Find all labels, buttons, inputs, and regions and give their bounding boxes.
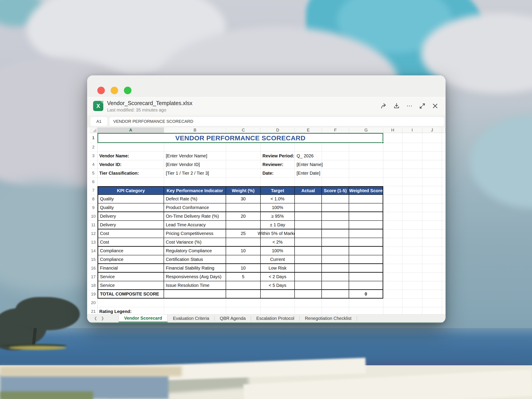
cell-B14[interactable]: Regulatory Compliance bbox=[164, 247, 226, 255]
cell-I11[interactable] bbox=[402, 221, 422, 229]
cell-H7[interactable] bbox=[383, 186, 402, 195]
cell-H10[interactable] bbox=[383, 212, 402, 221]
column-header-G[interactable]: G bbox=[349, 127, 383, 133]
cell-J18[interactable] bbox=[422, 281, 442, 290]
download-button[interactable] bbox=[392, 102, 401, 110]
cell-C14[interactable]: 10 bbox=[226, 247, 261, 255]
cell-C2[interactable] bbox=[226, 143, 261, 152]
cell-A2[interactable] bbox=[98, 143, 164, 152]
row-number-4[interactable]: 4 bbox=[89, 160, 98, 169]
row-number-2[interactable]: 2 bbox=[89, 143, 98, 152]
column-header-F[interactable]: F bbox=[322, 127, 349, 133]
cell-G4[interactable] bbox=[349, 160, 383, 169]
cell-H13[interactable] bbox=[383, 238, 402, 247]
cell-D4[interactable]: Reviewer: bbox=[261, 160, 295, 169]
sheet-tab-renegotiation-checklist[interactable]: Renegotiation Checklist bbox=[300, 315, 357, 322]
cell-C4[interactable] bbox=[226, 160, 261, 169]
cell-H6[interactable] bbox=[383, 177, 402, 186]
cell-D8[interactable]: < 1.0% bbox=[261, 195, 295, 203]
cell-I7[interactable] bbox=[402, 186, 422, 195]
cell-I5[interactable] bbox=[402, 169, 422, 177]
tabs-scroll-left-icon[interactable] bbox=[94, 316, 97, 321]
cell-J15[interactable] bbox=[422, 255, 442, 264]
cell-D3[interactable]: Review Period: bbox=[261, 152, 295, 160]
cell-G14[interactable] bbox=[349, 247, 383, 255]
cell-B7[interactable]: Key Performance Indicator bbox=[164, 186, 226, 195]
cell-B18[interactable]: Issue Resolution Time bbox=[164, 281, 226, 290]
cell-F20[interactable] bbox=[322, 298, 349, 307]
cell-H18[interactable] bbox=[383, 281, 402, 290]
cell-C20[interactable] bbox=[226, 298, 261, 307]
cell-A15[interactable]: Compliance bbox=[98, 255, 164, 264]
cell-B3[interactable]: [Enter Vendor Name] bbox=[164, 152, 226, 160]
cell-F10[interactable] bbox=[322, 212, 349, 221]
cell-D11[interactable]: ± 1 Day bbox=[261, 221, 295, 229]
column-header-D[interactable]: D bbox=[261, 127, 295, 133]
cell-A3[interactable]: Vendor Name: bbox=[98, 152, 164, 160]
cell-I16[interactable] bbox=[402, 264, 422, 273]
row-number-10[interactable]: 10 bbox=[89, 212, 98, 221]
cell-E4[interactable]: [Enter Name] bbox=[295, 160, 322, 169]
cell-B9[interactable]: Product Conformance bbox=[164, 203, 226, 212]
close-preview-button[interactable] bbox=[431, 102, 439, 110]
cell-J8[interactable] bbox=[422, 195, 442, 203]
row-number-6[interactable]: 6 bbox=[89, 177, 98, 186]
cell-G13[interactable] bbox=[349, 238, 383, 247]
cell-H4[interactable] bbox=[383, 160, 402, 169]
cell-G16[interactable] bbox=[349, 264, 383, 273]
cell-H19[interactable] bbox=[383, 290, 402, 298]
zoom-traffic-button[interactable] bbox=[124, 87, 132, 94]
cell-G8[interactable] bbox=[349, 195, 383, 203]
cell-G15[interactable] bbox=[349, 255, 383, 264]
cell-J12[interactable] bbox=[422, 229, 442, 238]
select-all-corner[interactable] bbox=[89, 127, 98, 133]
fullscreen-button[interactable] bbox=[418, 102, 426, 110]
cell-D12[interactable]: Within 5% of Market bbox=[261, 229, 295, 238]
cell-C13[interactable] bbox=[226, 238, 261, 247]
cell-G2[interactable] bbox=[349, 143, 383, 152]
cell-F12[interactable] bbox=[322, 229, 349, 238]
cell-J16[interactable] bbox=[422, 264, 442, 273]
cell-G20[interactable] bbox=[349, 298, 383, 307]
cell-C3[interactable] bbox=[226, 152, 261, 160]
cell-A7[interactable]: KPI Category bbox=[98, 186, 164, 195]
cell-I19[interactable] bbox=[402, 290, 422, 298]
cell-D7[interactable]: Target bbox=[261, 186, 295, 195]
cell-G9[interactable] bbox=[349, 203, 383, 212]
cell-C5[interactable] bbox=[226, 169, 261, 177]
cell-H11[interactable] bbox=[383, 221, 402, 229]
cell-B17[interactable]: Responsiveness (Avg Days) bbox=[164, 273, 226, 281]
row-number-16[interactable]: 16 bbox=[89, 264, 98, 273]
column-header-E[interactable]: E bbox=[295, 127, 322, 133]
cell-F16[interactable] bbox=[322, 264, 349, 273]
cell-J10[interactable] bbox=[422, 212, 442, 221]
cell-C21[interactable] bbox=[226, 307, 261, 314]
cell-D9[interactable]: 100% bbox=[261, 203, 295, 212]
row-number-15[interactable]: 15 bbox=[89, 255, 98, 264]
cell-A10[interactable]: Delivery bbox=[98, 212, 164, 221]
cell-G10[interactable] bbox=[349, 212, 383, 221]
selection-fill-handle[interactable] bbox=[382, 141, 384, 144]
row-number-14[interactable]: 14 bbox=[89, 247, 98, 255]
cell-A8[interactable]: Quality bbox=[98, 195, 164, 203]
cell-H21[interactable] bbox=[383, 307, 402, 314]
cell-G17[interactable] bbox=[349, 273, 383, 281]
cell-I17[interactable] bbox=[402, 273, 422, 281]
cell-G7[interactable]: Weighted Score bbox=[349, 186, 383, 195]
cell-J3[interactable] bbox=[422, 152, 442, 160]
cell-E20[interactable] bbox=[295, 298, 322, 307]
cell-H15[interactable] bbox=[383, 255, 402, 264]
cell-J13[interactable] bbox=[422, 238, 442, 247]
minimize-traffic-button[interactable] bbox=[111, 87, 118, 94]
cell-F19[interactable] bbox=[322, 290, 349, 298]
cell-B20[interactable] bbox=[164, 298, 226, 307]
cell-C12[interactable]: 25 bbox=[226, 229, 261, 238]
cell-J4[interactable] bbox=[422, 160, 442, 169]
cell-D21[interactable] bbox=[261, 307, 295, 314]
cell-A20[interactable] bbox=[98, 298, 164, 307]
cell-F8[interactable] bbox=[322, 195, 349, 203]
cell-H8[interactable] bbox=[383, 195, 402, 203]
cell-J14[interactable] bbox=[422, 247, 442, 255]
cell-J7[interactable] bbox=[422, 186, 442, 195]
cell-F11[interactable] bbox=[322, 221, 349, 229]
